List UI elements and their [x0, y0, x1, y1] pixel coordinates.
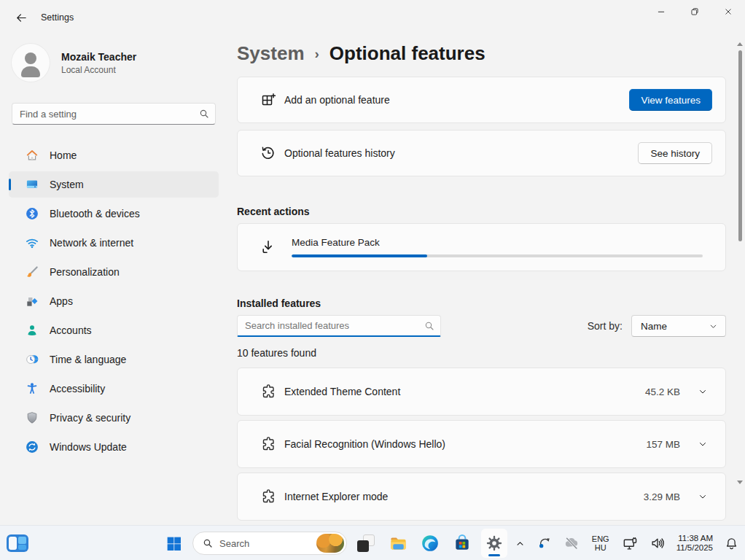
restore-icon [690, 7, 700, 17]
taskbar-search-placeholder: Search [219, 538, 316, 549]
chevron-down-icon [709, 322, 718, 331]
file-explorer-icon [389, 534, 408, 553]
close-icon [723, 7, 733, 17]
back-arrow-icon [15, 12, 28, 24]
sidebar-item-bluetooth-devices[interactable]: Bluetooth & devices [9, 201, 219, 227]
update-pending-button[interactable] [535, 534, 554, 553]
accessibility-icon [25, 381, 39, 396]
clock-time: 11:38 AM [676, 534, 713, 544]
sidebar-item-time-language[interactable]: Time & language [9, 346, 219, 373]
scrollbar-up-arrow[interactable] [737, 42, 743, 46]
see-history-button[interactable]: See history [638, 142, 712, 164]
clock-globe-icon [25, 352, 39, 367]
microsoft-store-button[interactable] [449, 529, 475, 558]
page-title: Optional features [329, 42, 485, 65]
restore-button[interactable] [678, 0, 711, 23]
search-installed-input[interactable] [237, 315, 441, 337]
notifications-button[interactable] [722, 534, 741, 553]
feature-name: Facial Recognition (Windows Hello) [284, 438, 646, 450]
sidebar-item-system[interactable]: System [9, 171, 219, 198]
feature-row-extended-theme-content[interactable]: Extended Theme Content 45.2 KB [237, 368, 726, 416]
sidebar-item-privacy-security[interactable]: Privacy & security [9, 405, 219, 431]
cloud-slash-icon [563, 535, 580, 551]
history-label: Optional features history [284, 147, 638, 159]
sidebar: Mozaik Teacher Local Account Home System… [0, 35, 227, 525]
sidebar-item-label: Personalization [50, 266, 120, 278]
close-button[interactable] [711, 0, 745, 23]
features-count: 10 features found [237, 347, 726, 359]
accounts-icon [25, 323, 39, 338]
find-setting-input[interactable] [12, 103, 216, 125]
sidebar-item-accounts[interactable]: Accounts [9, 317, 219, 343]
edge-button[interactable] [417, 529, 443, 558]
view-features-button[interactable]: View features [629, 89, 712, 111]
recent-action-name: Media Feature Pack [292, 237, 703, 248]
add-optional-feature-card: Add an optional feature View features [237, 77, 726, 123]
content-scrollbar [737, 42, 743, 484]
windows-update-icon [25, 440, 39, 454]
feature-size: 157 MB [646, 439, 680, 450]
minimize-icon [656, 7, 666, 17]
add-feature-label: Add an optional feature [284, 94, 629, 106]
sidebar-item-label: Bluetooth & devices [50, 208, 140, 219]
installed-features-heading: Installed features [237, 298, 726, 309]
feature-row-facial-recognition[interactable]: Facial Recognition (Windows Hello) 157 M… [237, 420, 726, 468]
search-installed-box [237, 315, 441, 337]
back-button[interactable] [9, 7, 34, 28]
wifi-icon [25, 236, 39, 250]
sidebar-item-apps[interactable]: Apps [9, 288, 219, 314]
scrollbar-down-arrow[interactable] [737, 481, 743, 484]
sidebar-item-label: Apps [50, 295, 73, 307]
onedrive-offline-button[interactable] [562, 534, 581, 553]
sidebar-item-home[interactable]: Home [9, 142, 219, 168]
tray-chevron-up-button[interactable] [513, 537, 527, 551]
user-account-card[interactable]: Mozaik Teacher Local Account [12, 44, 216, 82]
sidebar-item-windows-update[interactable]: Windows Update [9, 434, 219, 460]
breadcrumb-system[interactable]: System [237, 42, 305, 65]
language-indicator[interactable]: ENG HU [589, 533, 612, 554]
sidebar-item-label: Accessibility [50, 383, 105, 394]
expand-chevron-icon[interactable] [693, 382, 712, 401]
file-explorer-button[interactable] [385, 529, 411, 558]
expand-chevron-icon[interactable] [693, 487, 712, 506]
window-title: Settings [41, 12, 74, 23]
volume-button[interactable] [648, 534, 667, 553]
minimize-button[interactable] [644, 0, 678, 23]
expand-chevron-icon[interactable] [693, 435, 712, 454]
sidebar-item-network-internet[interactable]: Network & internet [9, 230, 219, 256]
main-content: System › Optional features Add an option… [227, 35, 745, 525]
search-icon [424, 320, 435, 335]
titlebar: Settings [0, 0, 745, 35]
progress-column: Media Feature Pack [292, 237, 703, 257]
breadcrumb-separator: › [315, 46, 319, 62]
system-tray: ENG HU 11:38 AM 11/5/2025 [513, 526, 741, 560]
feature-list: Extended Theme Content 45.2 KB Facial Re… [237, 368, 726, 521]
user-account-type: Local Account [61, 65, 136, 75]
taskbar-search-box[interactable]: Search [192, 532, 347, 555]
settings-window: Settings Mozaik Teacher Local Account [0, 0, 745, 560]
sort-dropdown[interactable]: Name [631, 315, 726, 337]
widgets-button[interactable] [4, 529, 31, 558]
download-icon [260, 238, 277, 256]
clock[interactable]: 11:38 AM 11/5/2025 [675, 532, 714, 555]
history-icon [260, 144, 277, 162]
sidebar-item-accessibility[interactable]: Accessibility [9, 376, 219, 402]
search-icon [202, 537, 214, 549]
bell-icon [724, 536, 739, 551]
microsoft-store-icon [453, 534, 472, 553]
sidebar-item-personalization[interactable]: Personalization [9, 259, 219, 285]
recent-action-card: Media Feature Pack [237, 223, 726, 271]
add-feature-icon [260, 91, 277, 109]
sidebar-item-label: Accounts [50, 324, 92, 336]
avatar [12, 44, 50, 82]
scrollbar-thumb[interactable] [738, 50, 742, 241]
task-view-button[interactable] [353, 529, 379, 558]
start-button[interactable] [160, 529, 187, 558]
sort-by-label: Sort by: [588, 320, 623, 332]
widgets-icon [7, 534, 28, 552]
user-name: Mozaik Teacher [61, 51, 136, 63]
feature-row-internet-explorer-mode[interactable]: Internet Explorer mode 3.29 MB [237, 472, 726, 521]
settings-app-button[interactable] [481, 529, 507, 558]
search-highlight-image[interactable] [316, 534, 344, 553]
network-button[interactable] [620, 534, 640, 553]
